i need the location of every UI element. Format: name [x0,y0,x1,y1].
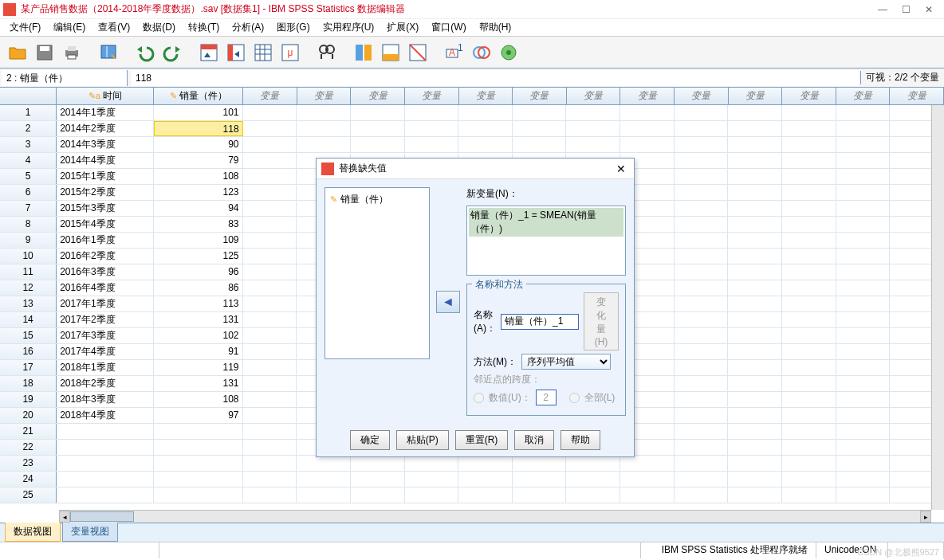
cell-empty[interactable] [836,424,891,439]
dialog-button[interactable]: 帮助 [560,430,600,450]
row-header[interactable]: 17 [0,360,57,375]
cell-sales[interactable]: 101 [154,105,243,120]
cell-empty[interactable] [458,121,513,136]
cell-empty[interactable] [836,217,891,232]
change-button[interactable]: 变化量(H) [584,292,619,350]
cell-sales[interactable]: 91 [154,344,243,359]
open-icon[interactable] [5,40,30,65]
redo-icon[interactable] [159,40,185,65]
horizontal-scrollbar[interactable]: ◂ ▸ [59,510,931,523]
cell-empty[interactable] [351,137,405,152]
cell-empty[interactable] [513,121,567,136]
col-header-empty[interactable]: 变量 [351,88,405,104]
cell-empty[interactable] [728,217,782,232]
cell-empty[interactable] [297,456,351,471]
row-header[interactable]: 4 [0,153,57,168]
cell-empty[interactable] [351,456,405,471]
cell-empty[interactable] [782,233,836,248]
row-header[interactable]: 10 [0,249,57,264]
cell-empty[interactable] [243,296,297,311]
col-header-empty[interactable]: 变量 [729,88,783,104]
cell-empty[interactable] [728,153,782,168]
col-header-empty[interactable]: 变量 [567,88,621,104]
cell-empty[interactable] [243,153,297,168]
cell-empty[interactable] [566,105,620,120]
row-header[interactable]: 8 [0,217,57,232]
cell-empty[interactable] [405,137,459,152]
cell-time[interactable]: 2018年1季度 [57,360,153,375]
cell-empty[interactable] [782,201,836,216]
cell-ref-value[interactable]: 118 [131,70,859,86]
cell-empty[interactable] [243,376,297,391]
recall-dialog-icon[interactable] [96,40,121,65]
cell-empty[interactable] [836,376,891,391]
menu-item[interactable]: 编辑(E) [49,19,90,36]
cell-time[interactable]: 2014年2季度 [57,121,153,136]
cell-empty[interactable] [675,217,729,232]
menu-item[interactable]: 查看(V) [93,19,135,36]
menu-item[interactable]: 数据(D) [138,19,180,36]
cell-sales[interactable]: 119 [154,360,243,375]
cell-sales[interactable]: 125 [154,249,243,264]
cell-empty[interactable] [836,328,891,343]
cell-empty[interactable] [782,360,836,375]
row-header[interactable]: 13 [0,296,57,311]
scroll-left-icon[interactable]: ◂ [59,511,70,523]
cell-empty[interactable] [728,488,782,503]
col-header-time[interactable]: ✎a时间 [57,88,154,104]
cell-empty[interactable] [566,488,620,503]
col-header-empty[interactable]: 变量 [836,88,891,104]
cell-empty[interactable] [405,488,459,503]
cell-empty[interactable] [675,169,729,184]
cell-empty[interactable] [351,488,405,503]
cell-empty[interactable] [728,280,782,296]
row-header[interactable]: 12 [0,280,57,296]
cell-empty[interactable] [728,137,782,152]
cell-empty[interactable] [675,488,729,503]
cell-empty[interactable] [351,472,405,487]
cell-empty[interactable] [405,105,459,120]
row-header[interactable]: 14 [0,312,57,327]
cell-empty[interactable] [782,440,836,455]
col-header-empty[interactable]: 变量 [297,88,352,104]
row-header[interactable]: 9 [0,233,57,248]
cell-time[interactable]: 2016年1季度 [57,233,153,248]
cell-empty[interactable] [675,249,729,264]
cell-empty[interactable] [297,121,351,136]
cell-empty[interactable] [513,488,567,503]
cell-empty[interactable] [836,296,891,311]
menu-item[interactable]: 图形(G) [272,19,314,36]
cell-time[interactable]: 2015年3季度 [57,201,153,216]
cell-empty[interactable] [675,264,729,280]
cell-sales[interactable]: 118 [154,121,243,136]
col-header-empty[interactable]: 变量 [513,88,567,104]
cell-sales[interactable]: 108 [154,392,243,407]
cell-empty[interactable] [297,488,351,503]
cell-empty[interactable] [57,456,153,471]
row-header[interactable]: 1 [0,105,57,120]
cell-empty[interactable] [675,392,729,407]
weight-cases-icon[interactable] [378,40,403,65]
cell-empty[interactable] [458,456,513,471]
cell-empty[interactable] [675,328,729,343]
col-header-empty[interactable]: 变量 [620,88,675,104]
cell-empty[interactable] [675,201,729,216]
cell-empty[interactable] [243,472,297,487]
cell-empty[interactable] [782,456,836,471]
cell-ref-name[interactable]: 2 : 销量（件） [2,70,128,86]
cell-sales[interactable]: 90 [154,137,243,152]
cell-sales[interactable]: 108 [154,169,243,184]
cell-empty[interactable] [728,376,782,391]
move-left-button[interactable]: ◄ [436,291,460,313]
maximize-button[interactable]: ☐ [902,4,911,15]
tab-variable-view[interactable]: 变量视图 [62,522,118,542]
cell-empty[interactable] [782,472,836,487]
dialog-button[interactable]: 取消 [514,430,554,450]
cell-empty[interactable] [243,488,297,503]
cell-empty[interactable] [836,169,891,184]
cell-empty[interactable] [675,121,729,136]
cell-empty[interactable] [728,264,782,280]
cell-empty[interactable] [243,169,297,184]
grid-corner[interactable] [0,88,57,104]
menu-item[interactable]: 分析(A) [227,19,269,36]
